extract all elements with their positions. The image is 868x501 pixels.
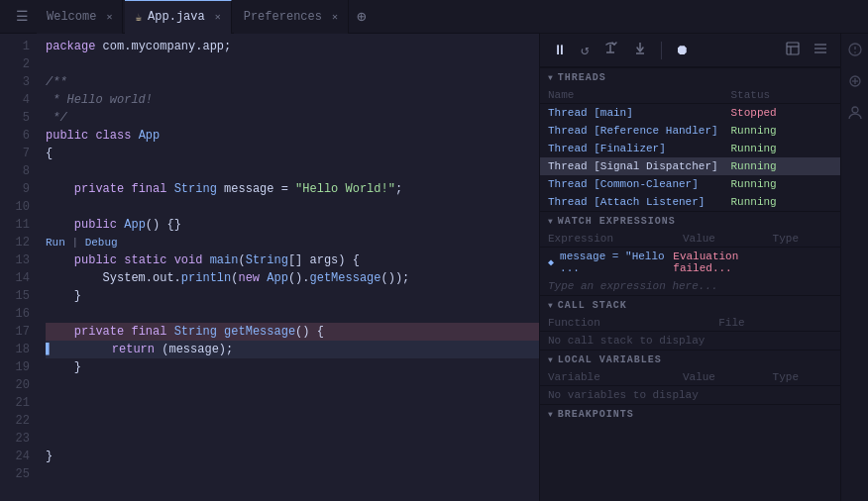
- toolbar-right-actions: [781, 39, 832, 62]
- watch-add-expression[interactable]: Type an expression here...: [540, 277, 840, 295]
- section-label: LOCAL VARIABLES: [558, 354, 662, 365]
- thread-row[interactable]: Thread [Reference Handler]Running: [540, 122, 840, 140]
- section-arrow: ▼: [548, 73, 554, 82]
- threads-table: NameStatusThread [main]StoppedThread [Re…: [540, 87, 840, 211]
- token: public: [74, 251, 117, 269]
- watch-expr-name: message = "Hello ...: [560, 250, 667, 274]
- token: {: [46, 145, 53, 162]
- token: final: [131, 180, 166, 198]
- code-line-3: /**: [46, 73, 539, 91]
- code-line-14: System.out.println(new App().getMessage(…: [46, 269, 539, 287]
- debug-layout-icon[interactable]: [809, 39, 832, 62]
- code-line-24: }: [46, 448, 539, 465]
- line-number-19: 19: [0, 358, 30, 376]
- line-number-11: 11: [0, 216, 30, 234]
- token: public: [74, 216, 117, 234]
- editor-area[interactable]: 1234567891011121314151617181920212223242…: [0, 34, 540, 501]
- thread-status: Running: [731, 178, 833, 190]
- watch-col-value: Value: [683, 233, 773, 245]
- token: public: [46, 127, 88, 145]
- line-number-21: 21: [0, 394, 30, 412]
- token: * Hello world!: [46, 91, 153, 109]
- token: "Hello World!": [295, 180, 395, 198]
- call-stack-no-data: No call stack to display: [540, 332, 840, 350]
- lv-col-value: Value: [683, 371, 773, 383]
- watch-header-row: ExpressionValueType: [540, 231, 840, 248]
- svg-rect-4: [787, 43, 799, 54]
- person-icon[interactable]: [847, 105, 863, 125]
- code-line-23: [46, 430, 539, 448]
- token: String: [174, 323, 217, 341]
- token: [] args) {: [288, 251, 360, 269]
- debug-panel: ⏸ ↺ ⏺ ▼THREADSNameStatusThread [main]Sto…: [540, 34, 840, 501]
- new-tab-button[interactable]: ⊕: [349, 7, 375, 27]
- pause-button[interactable]: ⏸: [548, 40, 572, 61]
- watch-col-expression: Expression: [548, 233, 683, 245]
- tab-appjava[interactable]: ☕App.java✕: [125, 0, 231, 34]
- section-header-threads[interactable]: ▼THREADS: [540, 67, 840, 87]
- debug-link[interactable]: Debug: [85, 237, 118, 249]
- code-line-17: private final String getMessage() {: [46, 323, 539, 341]
- code-line-10: [46, 198, 539, 216]
- thread-status: Running: [731, 143, 833, 154]
- thread-name: Thread [Finalizer]: [548, 143, 731, 154]
- thread-row[interactable]: Thread [main]Stopped: [540, 104, 840, 122]
- tab-close-button[interactable]: ✕: [106, 11, 112, 23]
- section-label: WATCH EXPRESSIONS: [558, 216, 676, 227]
- thread-name: Thread [Signal Dispatcher]: [548, 160, 731, 172]
- thread-row[interactable]: Thread [Finalizer]Running: [540, 140, 840, 157]
- step-into-button[interactable]: [627, 38, 653, 63]
- token: /**: [46, 73, 67, 91]
- stop-button[interactable]: ⏺: [670, 40, 694, 61]
- debug-settings-icon[interactable]: [781, 39, 805, 62]
- step-over-button[interactable]: [597, 38, 623, 63]
- section-header-call-stack[interactable]: ▼CALL STACK: [540, 295, 840, 315]
- watch-expression-row[interactable]: ◆message = "Hello ...Evaluation failed..…: [540, 248, 840, 277]
- section-label: CALL STACK: [558, 300, 627, 311]
- code-lines[interactable]: package com.mycompany.app; /** * Hello w…: [38, 34, 539, 501]
- tab-close-button[interactable]: ✕: [332, 11, 338, 23]
- line-number-9: 9: [0, 180, 30, 198]
- section-header-breakpoints[interactable]: ▼BREAKPOINTS: [540, 404, 840, 424]
- watch-diamond-icon: ◆: [548, 256, 554, 268]
- token: new: [238, 269, 260, 287]
- line-number-14: 14: [0, 269, 30, 287]
- token: ;: [395, 180, 402, 198]
- tab-bar: ☰ Welcome✕☕App.java✕Preferences✕ ⊕: [0, 0, 868, 34]
- thread-name: Thread [Common-Cleaner]: [548, 178, 731, 190]
- tab-welcome[interactable]: Welcome✕: [37, 0, 123, 34]
- tab-close-button[interactable]: ✕: [215, 11, 221, 23]
- token: static: [124, 251, 166, 269]
- sidebar-toggle-icon[interactable]: ☰: [8, 4, 37, 29]
- debug-sections[interactable]: ▼THREADSNameStatusThread [main]StoppedTh…: [540, 67, 840, 501]
- cursor-indicator: ▌: [46, 341, 53, 358]
- token: getMessage: [309, 269, 380, 287]
- tab-preferences[interactable]: Preferences✕: [234, 0, 349, 34]
- rerun-button[interactable]: ↺: [576, 39, 594, 61]
- run-link[interactable]: Run: [46, 237, 65, 249]
- thread-status: Stopped: [731, 107, 833, 119]
- line-number-15: 15: [0, 287, 30, 305]
- code-line-7: {: [46, 145, 539, 162]
- token: [166, 251, 173, 269]
- line-number-18: 18: [0, 341, 30, 358]
- token: class: [95, 127, 131, 145]
- run-debug-links: Run | Debug: [46, 234, 118, 251]
- token: [124, 180, 131, 198]
- token: [54, 341, 112, 358]
- thread-row[interactable]: Thread [Common-Cleaner]Running: [540, 175, 840, 193]
- thread-name: Thread [Attach Listener]: [548, 196, 731, 208]
- debug-panel-icon[interactable]: [847, 42, 863, 61]
- token: void: [174, 251, 203, 269]
- thread-row[interactable]: Thread [Signal Dispatcher]Running: [540, 157, 840, 175]
- code-line-9: private final String message = "Hello Wo…: [46, 180, 539, 198]
- section-label: THREADS: [558, 72, 606, 83]
- line-number-12: 12: [0, 234, 30, 251]
- breakpoints-icon[interactable]: [847, 73, 863, 93]
- section-header-watch-expressions[interactable]: ▼WATCH EXPRESSIONS: [540, 211, 840, 231]
- thread-status: Running: [731, 125, 833, 137]
- token: [46, 216, 74, 234]
- section-header-local-variables[interactable]: ▼LOCAL VARIABLES: [540, 350, 840, 369]
- thread-row[interactable]: Thread [Attach Listener]Running: [540, 193, 840, 211]
- debug-toolbar: ⏸ ↺ ⏺: [540, 34, 840, 67]
